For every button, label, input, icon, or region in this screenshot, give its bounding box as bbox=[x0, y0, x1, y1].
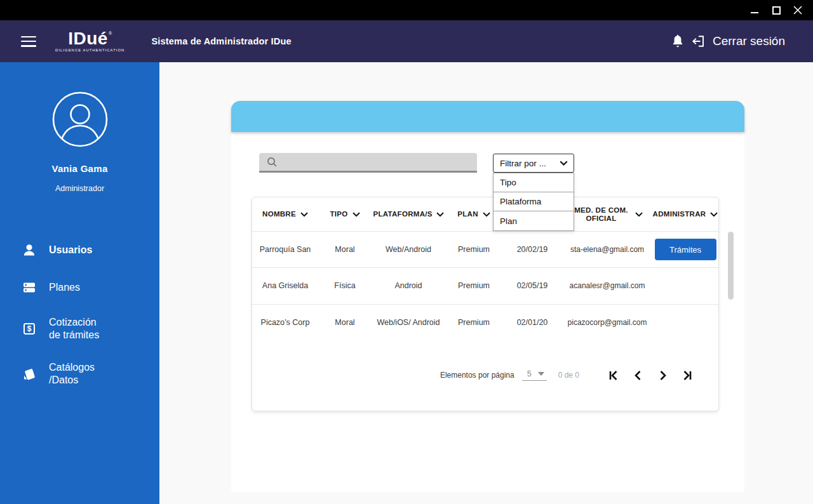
sort-chevron-icon bbox=[353, 212, 360, 217]
cell-type: Moral bbox=[318, 245, 372, 254]
catalog-icon bbox=[22, 367, 36, 381]
sidebar-item-label: Cotizaciónde trámites bbox=[49, 316, 99, 342]
main-panel: Filtrar por ... TipoPlataformaPlan NOMBR… bbox=[231, 101, 744, 492]
sidebar-item-planes[interactable]: Planes bbox=[0, 279, 159, 296]
quote-icon: $ bbox=[22, 322, 36, 336]
user-name: Vania Gama bbox=[0, 163, 159, 174]
last-page-icon bbox=[682, 369, 694, 381]
sidebar-item-catalogos[interactable]: Catálogos/Datos bbox=[0, 361, 159, 387]
minimize-icon bbox=[751, 12, 758, 13]
search-box bbox=[259, 153, 477, 173]
sidebar-item-usuarios[interactable]: Usuarios bbox=[0, 241, 159, 259]
tramites-button[interactable]: Trámites bbox=[655, 239, 716, 260]
previous-page-button[interactable] bbox=[631, 368, 645, 382]
column-header-med-de-com-oficial[interactable]: MED. DE COM. OFICIAL bbox=[562, 206, 652, 223]
page-size-value: 5 bbox=[527, 369, 532, 378]
logo-tagline: DILIGENCE AUTHENTICATION bbox=[55, 49, 124, 53]
page-title: Sistema de Administrador IDue bbox=[151, 36, 291, 46]
column-header-label: ADMINISTRAR bbox=[653, 210, 706, 218]
pagination-bar: Elementos por página 5 0 de 0 bbox=[252, 340, 718, 411]
user-role: Administrador bbox=[0, 184, 159, 193]
table-scrollbar[interactable] bbox=[728, 232, 734, 300]
column-header-label: PLAN bbox=[457, 210, 478, 218]
app-header: IDué ® DILIGENCE AUTHENTICATION Sistema … bbox=[0, 20, 813, 62]
column-header-label: PLATAFORMA/S bbox=[373, 210, 432, 218]
cell-name: Picazo’s Corp bbox=[252, 318, 318, 327]
bell-icon[interactable] bbox=[671, 34, 684, 48]
maximize-button[interactable] bbox=[771, 5, 781, 15]
column-header-plataforma-s[interactable]: PLATAFORMA/S bbox=[372, 210, 445, 218]
sort-chevron-icon bbox=[710, 212, 718, 217]
cell-type: Física bbox=[318, 281, 372, 290]
cell-email: sta-elena@gmail.com bbox=[562, 245, 652, 254]
close-button[interactable] bbox=[793, 5, 803, 15]
cell-platform: Web/iOS/ Android bbox=[372, 318, 445, 327]
cell-type: Moral bbox=[318, 318, 372, 327]
cell-platform: Web/Android bbox=[372, 245, 445, 254]
cell-date: 02/05/19 bbox=[502, 281, 562, 290]
page-size-dropdown-icon bbox=[538, 372, 544, 376]
cell-plan: Premium bbox=[445, 245, 502, 254]
table-row: Ana GriseldaFísicaAndroidPremium02/05/19… bbox=[252, 267, 718, 303]
cell-email: picazocorp@gmail.com bbox=[562, 318, 652, 327]
maximize-icon bbox=[772, 6, 781, 15]
filter-option-plataforma[interactable]: Plataforma bbox=[494, 192, 574, 211]
logo-text: IDué bbox=[68, 30, 108, 48]
users-table: NOMBRETIPOPLATAFORMA/SPLANMED. DE COM. O… bbox=[252, 197, 719, 411]
window-titlebar bbox=[0, 0, 813, 20]
filter-dropdown[interactable]: Filtrar por ... bbox=[493, 154, 574, 173]
cell-date: 20/02/19 bbox=[502, 245, 562, 254]
sidebar: Vania Gama Administrador UsuariosPlanes$… bbox=[0, 62, 159, 504]
cell-plan: Premium bbox=[445, 281, 502, 290]
column-header-label: MED. DE COM. OFICIAL bbox=[572, 206, 631, 223]
logo-registered-mark: ® bbox=[109, 31, 112, 36]
close-icon bbox=[793, 6, 802, 15]
table-row: Parroquía SanMoralWeb/AndroidPremium20/0… bbox=[252, 231, 718, 267]
cell-name: Parroquía San bbox=[252, 245, 318, 254]
column-header-administrar[interactable]: ADMINISTRAR bbox=[652, 210, 718, 218]
items-per-page-label: Elementos por página bbox=[440, 371, 514, 380]
filter-options-list: TipoPlataformaPlan bbox=[493, 173, 574, 231]
table-header-row: NOMBRETIPOPLATAFORMA/SPLANMED. DE COM. O… bbox=[252, 197, 718, 231]
sidebar-item-cotizacion[interactable]: $Cotizaciónde trámites bbox=[0, 316, 159, 342]
avatar bbox=[51, 91, 109, 148]
cell-date: 02/01/20 bbox=[502, 318, 562, 327]
cell-name: Ana Griselda bbox=[252, 281, 318, 290]
first-page-button[interactable] bbox=[606, 368, 620, 382]
column-header-tipo[interactable]: TIPO bbox=[318, 210, 372, 218]
sort-chevron-icon bbox=[436, 212, 444, 217]
sidebar-item-label: Usuarios bbox=[49, 244, 92, 256]
menu-icon[interactable] bbox=[21, 36, 36, 47]
page-range-label: 0 de 0 bbox=[558, 371, 579, 380]
sort-chevron-icon bbox=[483, 212, 490, 217]
app-logo: IDué ® DILIGENCE AUTHENTICATION bbox=[55, 30, 124, 53]
sidebar-nav: UsuariosPlanes$Cotizaciónde trámitesCatá… bbox=[0, 241, 159, 387]
cell-action: Trámites bbox=[652, 239, 718, 260]
first-page-icon bbox=[607, 369, 619, 381]
next-page-button[interactable] bbox=[655, 368, 669, 382]
filter-option-plan[interactable]: Plan bbox=[494, 211, 574, 230]
column-header-label: NOMBRE bbox=[262, 210, 296, 218]
svg-text:$: $ bbox=[27, 324, 32, 333]
chevron-down-icon bbox=[560, 161, 568, 166]
page-size-select[interactable]: 5 bbox=[522, 369, 547, 381]
logout-icon[interactable] bbox=[691, 34, 706, 48]
filter-dropdown-label: Filtrar por ... bbox=[500, 159, 546, 168]
sidebar-item-label: Catálogos/Datos bbox=[49, 361, 95, 387]
sidebar-item-label: Planes bbox=[49, 281, 80, 294]
cell-platform: Android bbox=[372, 281, 445, 290]
content-area: Filtrar por ... TipoPlataformaPlan NOMBR… bbox=[159, 62, 813, 504]
logout-button[interactable]: Cerrar sesión bbox=[713, 34, 785, 48]
column-header-label: TIPO bbox=[330, 210, 347, 218]
cell-email: acanalesr@gmail.com bbox=[562, 281, 652, 290]
minimize-button[interactable] bbox=[749, 5, 760, 15]
last-page-button[interactable] bbox=[680, 368, 694, 382]
filter-option-tipo[interactable]: Tipo bbox=[494, 173, 574, 192]
chevron-right-icon bbox=[657, 369, 669, 381]
cell-plan: Premium bbox=[445, 318, 502, 327]
search-icon bbox=[267, 157, 278, 168]
banner-bar bbox=[231, 101, 744, 132]
search-input[interactable] bbox=[283, 153, 477, 171]
user-icon bbox=[22, 243, 36, 257]
column-header-nombre[interactable]: NOMBRE bbox=[252, 210, 318, 218]
